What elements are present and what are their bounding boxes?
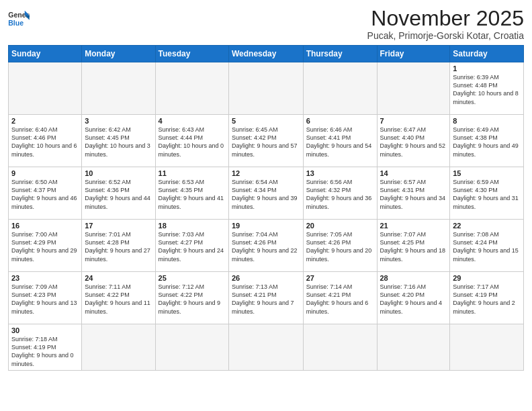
day-number: 19 xyxy=(232,222,300,230)
calendar-cell: 1Sunrise: 6:39 AM Sunset: 4:48 PM Daylig… xyxy=(450,62,524,115)
calendar-cell xyxy=(229,324,304,371)
day-number: 23 xyxy=(11,274,79,282)
calendar-cell: 4Sunrise: 6:43 AM Sunset: 4:44 PM Daylig… xyxy=(155,115,228,167)
month-title: November 2025 xyxy=(367,7,524,30)
calendar-cell: 18Sunrise: 7:03 AM Sunset: 4:27 PM Dayli… xyxy=(155,220,228,272)
calendar-cell: 30Sunrise: 7:18 AM Sunset: 4:19 PM Dayli… xyxy=(9,324,82,371)
day-info: Sunrise: 7:09 AM Sunset: 4:23 PM Dayligh… xyxy=(11,283,79,316)
day-info: Sunrise: 6:47 AM Sunset: 4:40 PM Dayligh… xyxy=(380,126,447,158)
day-number: 12 xyxy=(232,169,300,177)
calendar-week-row: 2Sunrise: 6:40 AM Sunset: 4:46 PM Daylig… xyxy=(9,115,524,167)
day-info: Sunrise: 6:45 AM Sunset: 4:42 PM Dayligh… xyxy=(232,126,300,158)
calendar-week-row: 30Sunrise: 7:18 AM Sunset: 4:19 PM Dayli… xyxy=(9,324,524,371)
day-number: 15 xyxy=(453,169,521,177)
day-info: Sunrise: 7:11 AM Sunset: 4:22 PM Dayligh… xyxy=(85,283,152,316)
calendar-cell: 22Sunrise: 7:08 AM Sunset: 4:24 PM Dayli… xyxy=(450,220,524,272)
day-info: Sunrise: 6:49 AM Sunset: 4:38 PM Dayligh… xyxy=(453,126,521,158)
day-info: Sunrise: 7:08 AM Sunset: 4:24 PM Dayligh… xyxy=(453,230,521,263)
day-number: 13 xyxy=(306,169,374,177)
calendar-cell: 24Sunrise: 7:11 AM Sunset: 4:22 PM Dayli… xyxy=(82,272,155,324)
day-info: Sunrise: 7:14 AM Sunset: 4:21 PM Dayligh… xyxy=(306,283,374,316)
calendar-cell xyxy=(9,62,82,115)
day-info: Sunrise: 7:05 AM Sunset: 4:26 PM Dayligh… xyxy=(306,230,374,263)
calendar-cell: 28Sunrise: 7:16 AM Sunset: 4:20 PM Dayli… xyxy=(377,272,450,324)
title-area: November 2025 Pucak, Primorje-Gorski Kot… xyxy=(367,7,524,41)
calendar-week-row: 1Sunrise: 6:39 AM Sunset: 4:48 PM Daylig… xyxy=(9,62,524,115)
day-info: Sunrise: 6:52 AM Sunset: 4:36 PM Dayligh… xyxy=(85,178,152,211)
day-info: Sunrise: 7:13 AM Sunset: 4:21 PM Dayligh… xyxy=(232,283,300,316)
day-number: 16 xyxy=(11,222,79,230)
calendar-week-row: 23Sunrise: 7:09 AM Sunset: 4:23 PM Dayli… xyxy=(9,272,524,324)
day-number: 22 xyxy=(453,222,521,230)
calendar-cell xyxy=(82,324,155,371)
calendar-cell: 15Sunrise: 6:59 AM Sunset: 4:30 PM Dayli… xyxy=(450,167,524,220)
calendar-cell: 17Sunrise: 7:01 AM Sunset: 4:28 PM Dayli… xyxy=(82,220,155,272)
day-info: Sunrise: 6:54 AM Sunset: 4:34 PM Dayligh… xyxy=(232,178,300,211)
day-number: 27 xyxy=(306,274,374,282)
day-info: Sunrise: 6:56 AM Sunset: 4:32 PM Dayligh… xyxy=(306,178,374,211)
day-number: 28 xyxy=(380,274,447,282)
calendar-cell: 29Sunrise: 7:17 AM Sunset: 4:19 PM Dayli… xyxy=(450,272,524,324)
day-info: Sunrise: 7:03 AM Sunset: 4:27 PM Dayligh… xyxy=(159,230,226,263)
calendar-cell xyxy=(450,324,524,371)
calendar-cell: 5Sunrise: 6:45 AM Sunset: 4:42 PM Daylig… xyxy=(229,115,304,167)
calendar-cell xyxy=(155,324,228,371)
col-sunday: Sunday xyxy=(9,46,82,62)
day-info: Sunrise: 7:04 AM Sunset: 4:26 PM Dayligh… xyxy=(232,230,300,263)
calendar-cell: 10Sunrise: 6:52 AM Sunset: 4:36 PM Dayli… xyxy=(82,167,155,220)
day-info: Sunrise: 6:53 AM Sunset: 4:35 PM Dayligh… xyxy=(159,178,226,211)
calendar-cell xyxy=(229,62,304,115)
day-info: Sunrise: 7:18 AM Sunset: 4:19 PM Dayligh… xyxy=(11,335,79,368)
day-number: 21 xyxy=(380,222,447,230)
day-number: 10 xyxy=(85,169,152,177)
generalblue-logo-icon: General Blue xyxy=(8,9,30,28)
calendar-week-row: 16Sunrise: 7:00 AM Sunset: 4:29 PM Dayli… xyxy=(9,220,524,272)
calendar-cell xyxy=(377,324,450,371)
day-number: 25 xyxy=(159,274,226,282)
col-monday: Monday xyxy=(82,46,155,62)
day-info: Sunrise: 6:57 AM Sunset: 4:31 PM Dayligh… xyxy=(380,178,447,211)
location: Pucak, Primorje-Gorski Kotar, Croatia xyxy=(367,30,524,41)
calendar-cell: 21Sunrise: 7:07 AM Sunset: 4:25 PM Dayli… xyxy=(377,220,450,272)
calendar-cell: 13Sunrise: 6:56 AM Sunset: 4:32 PM Dayli… xyxy=(303,167,377,220)
calendar-cell: 27Sunrise: 7:14 AM Sunset: 4:21 PM Dayli… xyxy=(303,272,377,324)
day-number: 2 xyxy=(11,117,79,125)
day-number: 18 xyxy=(159,222,226,230)
day-number: 17 xyxy=(85,222,152,230)
day-info: Sunrise: 6:43 AM Sunset: 4:44 PM Dayligh… xyxy=(159,126,226,158)
day-number: 6 xyxy=(306,117,374,125)
day-info: Sunrise: 6:50 AM Sunset: 4:37 PM Dayligh… xyxy=(11,178,79,211)
day-number: 30 xyxy=(11,326,79,334)
calendar-cell xyxy=(303,62,377,115)
calendar-cell xyxy=(303,324,377,371)
day-info: Sunrise: 6:59 AM Sunset: 4:30 PM Dayligh… xyxy=(453,178,521,211)
calendar-cell: 14Sunrise: 6:57 AM Sunset: 4:31 PM Dayli… xyxy=(377,167,450,220)
calendar-cell: 23Sunrise: 7:09 AM Sunset: 4:23 PM Dayli… xyxy=(9,272,82,324)
day-number: 29 xyxy=(453,274,521,282)
col-thursday: Thursday xyxy=(303,46,377,62)
calendar-cell xyxy=(82,62,155,115)
header: General Blue November 2025 Pucak, Primor… xyxy=(8,7,524,41)
day-number: 11 xyxy=(159,169,226,177)
calendar-cell: 6Sunrise: 6:46 AM Sunset: 4:41 PM Daylig… xyxy=(303,115,377,167)
svg-text:Blue: Blue xyxy=(8,19,24,27)
calendar-cell xyxy=(155,62,228,115)
calendar-header-row: Sunday Monday Tuesday Wednesday Thursday… xyxy=(9,46,524,62)
day-info: Sunrise: 6:42 AM Sunset: 4:45 PM Dayligh… xyxy=(85,126,152,158)
day-number: 9 xyxy=(11,169,79,177)
col-saturday: Saturday xyxy=(450,46,524,62)
calendar-cell xyxy=(377,62,450,115)
day-info: Sunrise: 7:17 AM Sunset: 4:19 PM Dayligh… xyxy=(453,283,521,316)
day-number: 5 xyxy=(232,117,300,125)
col-friday: Friday xyxy=(377,46,450,62)
day-number: 3 xyxy=(85,117,152,125)
day-number: 26 xyxy=(232,274,300,282)
calendar-cell: 16Sunrise: 7:00 AM Sunset: 4:29 PM Dayli… xyxy=(9,220,82,272)
day-info: Sunrise: 7:00 AM Sunset: 4:29 PM Dayligh… xyxy=(11,230,79,263)
day-number: 7 xyxy=(380,117,447,125)
day-info: Sunrise: 6:46 AM Sunset: 4:41 PM Dayligh… xyxy=(306,126,374,158)
calendar-cell: 19Sunrise: 7:04 AM Sunset: 4:26 PM Dayli… xyxy=(229,220,304,272)
day-number: 20 xyxy=(306,222,374,230)
logo: General Blue xyxy=(8,9,30,28)
day-info: Sunrise: 6:40 AM Sunset: 4:46 PM Dayligh… xyxy=(11,126,79,158)
